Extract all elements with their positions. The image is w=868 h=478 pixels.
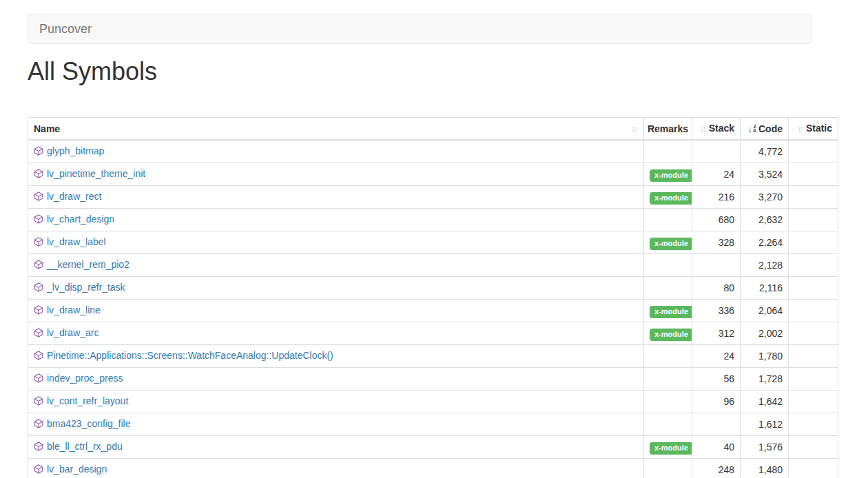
table-row: lv_chart_design 680 2,632 xyxy=(28,209,838,231)
table-row: Pinetime::Applications::Screens::WatchFa… xyxy=(28,345,838,368)
symbol-link[interactable]: lv_chart_design xyxy=(47,214,114,225)
static-cell xyxy=(789,413,838,436)
static-cell xyxy=(789,254,838,277)
code-cell: 3,270 xyxy=(741,186,789,209)
symbol-link[interactable]: lv_draw_line xyxy=(47,304,101,315)
stack-cell: 80 xyxy=(692,277,741,300)
remarks-cell: x-module xyxy=(644,231,692,254)
code-cell: 2,002 xyxy=(741,322,789,345)
static-cell xyxy=(789,186,838,209)
remarks-cell xyxy=(644,209,692,231)
remark-badge: x-module xyxy=(650,169,692,182)
remarks-cell xyxy=(644,459,692,478)
symbol-name-cell: ble_ll_ctrl_rx_pdu xyxy=(28,436,644,459)
symbol-link[interactable]: lv_cont_refr_layout xyxy=(47,395,128,406)
sort-unsorted-icon: ↓↑ xyxy=(700,122,707,136)
symbol-name-cell: Pinetime::Applications::Screens::WatchFa… xyxy=(28,345,644,368)
remark-badge: x-module xyxy=(650,238,692,250)
remark-badge: x-module xyxy=(650,329,692,341)
remarks-cell xyxy=(644,391,692,413)
symbol-name-cell: lv_chart_design xyxy=(28,209,644,231)
symbol-link[interactable]: lv_bar_design xyxy=(47,464,107,475)
symbol-cube-icon xyxy=(34,350,43,364)
static-cell xyxy=(789,300,838,322)
navbar: Puncover xyxy=(28,14,812,44)
table-row: lv_draw_rect x-module 216 3,270 xyxy=(28,186,838,209)
column-label: Static xyxy=(806,123,832,134)
symbol-name-cell: lv_pinetime_theme_init xyxy=(28,163,644,186)
code-cell: 1,480 xyxy=(741,459,789,478)
symbols-table-wrap: Name ↓↑ Remarks ↓↑Stack ↓ZACode ↓↑Static xyxy=(28,117,868,478)
column-header-stack[interactable]: ↓↑Stack xyxy=(692,118,741,141)
symbol-cube-icon xyxy=(34,327,43,341)
symbol-link[interactable]: bma423_config_file xyxy=(47,418,130,429)
stack-cell: 96 xyxy=(692,391,741,413)
symbol-link[interactable]: indev_proc_press xyxy=(47,373,123,384)
symbols-tbody: glyph_bitmap 4,772 lv_pinetime_theme_ini… xyxy=(28,140,838,478)
stack-cell: 312 xyxy=(692,322,741,345)
symbol-name-cell: glyph_bitmap xyxy=(28,140,644,163)
code-cell: 1,728 xyxy=(741,368,789,391)
symbol-cube-icon xyxy=(34,373,43,386)
static-cell xyxy=(789,459,838,478)
symbol-link[interactable]: Pinetime::Applications::Screens::WatchFa… xyxy=(47,350,333,361)
column-header-code[interactable]: ↓ZACode xyxy=(741,118,789,141)
stack-cell: 56 xyxy=(692,368,741,391)
code-cell: 1,642 xyxy=(741,391,789,413)
symbol-cube-icon xyxy=(34,418,43,432)
symbol-cube-icon xyxy=(34,236,43,250)
column-header-name[interactable]: Name ↓↑ xyxy=(28,118,644,141)
static-cell xyxy=(789,322,838,345)
column-label: Code xyxy=(758,123,783,134)
symbol-link[interactable]: __kernel_rem_pio2 xyxy=(47,259,130,270)
table-row: __kernel_rem_pio2 2,128 xyxy=(28,254,838,277)
table-row: lv_cont_refr_layout 96 1,642 xyxy=(28,391,838,413)
symbol-link[interactable]: lv_draw_arc xyxy=(47,327,99,338)
column-label: Stack xyxy=(709,123,734,134)
sort-unsorted-icon: ↓↑ xyxy=(797,122,804,136)
static-cell xyxy=(789,209,838,231)
symbol-cube-icon xyxy=(34,304,43,318)
symbol-name-cell: __kernel_rem_pio2 xyxy=(28,254,644,277)
static-cell xyxy=(789,345,838,368)
remarks-cell: x-module xyxy=(644,436,692,459)
column-header-remarks[interactable]: Remarks xyxy=(644,118,692,141)
stack-cell: 328 xyxy=(692,231,741,254)
stack-cell xyxy=(692,254,741,277)
stack-cell: 40 xyxy=(692,436,741,459)
table-header-row: Name ↓↑ Remarks ↓↑Stack ↓ZACode ↓↑Static xyxy=(28,118,838,141)
page-title: All Symbols xyxy=(28,58,868,85)
remarks-cell: x-module xyxy=(644,163,692,186)
remarks-cell xyxy=(644,277,692,300)
symbol-link[interactable]: _lv_disp_refr_task xyxy=(47,282,125,293)
symbol-link[interactable]: ble_ll_ctrl_rx_pdu xyxy=(47,441,123,452)
symbol-cube-icon xyxy=(34,395,43,409)
static-cell xyxy=(789,436,838,459)
symbol-link[interactable]: lv_draw_label xyxy=(47,236,106,247)
remarks-cell xyxy=(644,413,692,436)
static-cell xyxy=(789,163,838,186)
column-header-static[interactable]: ↓↑Static xyxy=(789,118,838,141)
symbol-name-cell: lv_draw_line xyxy=(28,300,644,322)
sort-unsorted-icon: ↓↑ xyxy=(631,122,638,136)
remarks-cell: x-module xyxy=(644,186,692,209)
stack-cell: 24 xyxy=(692,345,741,368)
symbol-cube-icon xyxy=(34,191,43,205)
symbol-name-cell: lv_cont_refr_layout xyxy=(28,391,644,413)
remarks-cell xyxy=(644,345,692,368)
code-cell: 2,632 xyxy=(741,209,789,231)
symbol-name-cell: indev_proc_press xyxy=(28,368,644,391)
table-row: lv_bar_design 248 1,480 xyxy=(28,459,838,478)
stack-cell: 216 xyxy=(692,186,741,209)
symbol-cube-icon xyxy=(34,168,43,182)
symbols-table: Name ↓↑ Remarks ↓↑Stack ↓ZACode ↓↑Static xyxy=(28,117,838,478)
code-cell: 1,780 xyxy=(741,345,789,368)
code-cell: 4,772 xyxy=(741,140,789,163)
navbar-brand[interactable]: Puncover xyxy=(39,23,92,35)
code-cell: 2,264 xyxy=(741,231,789,254)
symbol-link[interactable]: glyph_bitmap xyxy=(47,145,104,156)
symbol-link[interactable]: lv_pinetime_theme_init xyxy=(47,168,145,179)
table-row: ble_ll_ctrl_rx_pdu x-module 40 1,576 xyxy=(28,436,838,459)
symbol-link[interactable]: lv_draw_rect xyxy=(47,191,101,202)
symbol-cube-icon xyxy=(34,441,43,455)
